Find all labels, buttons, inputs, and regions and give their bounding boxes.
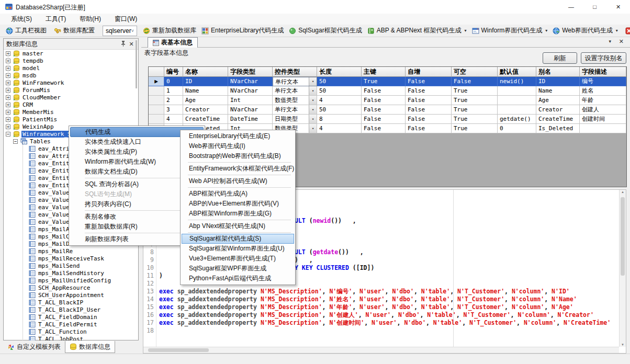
grid-cell[interactable]: Int [228,96,273,105]
grid-cell[interactable]: False [406,105,452,115]
tree-item-SCH_AppResource[interactable]: SCH_AppResource [4,284,138,291]
grid-cell[interactable]: False [406,115,452,124]
grid-cell[interactable]: getdate() [498,115,536,124]
tabstrip-close-icon[interactable]: ✕ [619,38,624,45]
tab-table-info[interactable]: 表基本信息 [148,37,198,48]
tree-item-model[interactable]: +model [4,64,138,72]
grid-cell[interactable]: Age [536,96,580,105]
tree-item-CloudMember[interactable]: +CloudMember [4,94,138,101]
row-selector[interactable] [149,115,164,124]
scroll-up-icon[interactable]: ▲ [620,190,626,194]
collapse-minus-icon[interactable]: − [6,132,10,136]
grid-cell[interactable]: 编号 [580,77,626,86]
minimize-button[interactable]: — [559,0,583,14]
grid-header-8[interactable]: 默认值 [498,67,536,77]
menu-item-8[interactable]: ABP框架代码生成(A) [182,189,294,199]
grid-header-3[interactable]: 控件类型 [273,67,317,77]
menu-item-2[interactable]: Bootstrap的Web界面代码生成(B) [182,151,294,161]
grid-cell[interactable]: True [452,115,498,124]
grid-cell[interactable]: 单行文本▾ [273,105,317,115]
grid-cell[interactable]: False [452,77,498,86]
caret-down-icon[interactable]: ▾ [616,28,618,33]
refresh-button[interactable]: 刷新 [543,52,577,64]
panel-close-icon[interactable]: ✕ [127,41,136,48]
toolbar-web-button[interactable]: Web界面代码生成 ▾ [550,25,620,37]
tree-item-mps_MailUnifiedConfig[interactable]: mps_MailUnifiedConfig [4,277,138,284]
toolbar-sqlsugar-button[interactable]: SqlSugar框架代码生成 [286,25,364,37]
toolbar-dbconfig-button[interactable]: 数据库配置 [51,25,97,37]
tree-item-mps_MailSendHistory[interactable]: mps_MailSendHistory [4,269,138,277]
grid-cell[interactable]: 年龄 [580,96,626,105]
grid-header-10[interactable]: 字段描述 [580,67,626,77]
toolbar-exit-button[interactable]: 退出 [623,25,630,37]
menubar-item-2[interactable]: 帮助(H) [73,14,108,25]
grid-cell[interactable]: 50 [317,86,362,96]
combo-caret-down-icon[interactable]: ▾ [309,96,317,105]
menu-item-0[interactable]: EnterpriseLibrary代码生成(E) [182,131,294,141]
grid-cell[interactable]: False [406,96,452,105]
grid-cell[interactable]: DateTime [228,115,273,124]
menu-item-1[interactable]: Web界面代码生成(I) [182,141,294,151]
tree-item-T_ACL_BlackIP[interactable]: T_ACL_BlackIP [4,299,138,306]
toolbar-view-button[interactable]: 工具栏视图 [3,25,49,37]
grid-header-9[interactable]: 别名 [536,67,580,77]
grid-cell[interactable]: Is_Deleted [536,124,580,133]
tabstrip-caret-down-icon[interactable]: ▾ [609,39,611,44]
grid-cell[interactable]: True [452,96,498,105]
menu-item-17[interactable]: SqlSugar框架WPF界面生成 [182,264,294,274]
toolbar-winform-button[interactable]: Winform界面代码生成 ▾ [469,25,550,37]
grid-cell[interactable]: ID [183,77,228,86]
grid-cell[interactable]: 4 [317,124,362,133]
menubar-item-1[interactable]: 工具(T) [39,14,73,25]
combo-caret-down-icon[interactable]: ▾ [309,77,317,86]
menu-item-4[interactable]: EntityFramework实体框架代码生成(F) [182,164,294,174]
caret-down-icon[interactable]: ▾ [465,28,467,33]
close-button[interactable]: ✕ [606,0,630,14]
grid-cell[interactable] [498,105,536,115]
pin-icon[interactable] [119,41,127,48]
vertical-scroll-thumb[interactable] [621,197,625,276]
grid-header-4[interactable]: 长度 [317,67,362,77]
combo-caret-down-icon[interactable]: ▾ [309,124,317,133]
grid-cell[interactable]: 3 [164,105,183,115]
tree-item-T_ACL_Function[interactable]: T_ACL_Function [4,328,138,335]
grid-cell[interactable]: Creator [536,105,580,115]
grid-cell[interactable]: True [452,86,498,96]
grid-cell[interactable]: 单行文本▾ [273,77,317,86]
menubar-item-0[interactable]: 系统(S) [4,14,39,25]
tree-item-mps_MailSend[interactable]: mps_MailSend [4,262,138,269]
grid-cell[interactable]: 单行文本▾ [273,86,317,96]
grid-cell[interactable]: 4 [164,115,183,124]
menu-item-18[interactable]: Python+FastApi后端代码生成 [182,274,294,283]
tree-item-WinFramework[interactable]: +WinFramework [4,79,138,86]
menu-item-15[interactable]: SqlSugar框架Winform界面生成(U) [182,244,294,254]
grid-cell[interactable]: NVarChar [228,77,273,86]
grid-cell[interactable]: Age [183,96,228,105]
tree-item-T_ACL_FieldDomain[interactable]: T_ACL_FieldDomain [4,313,138,321]
maximize-button[interactable]: □ [583,0,606,14]
menubar-item-3[interactable]: 窗口(W) [108,14,144,25]
tree-scrollbar[interactable] [136,40,137,88]
toolbar-reload-button[interactable]: 重新加载数据库 [140,25,199,37]
grid-cell[interactable]: 姓名 [580,86,626,96]
grid-cell[interactable]: 创建人 [580,105,626,115]
grid-cell[interactable]: False [362,96,406,105]
grid-header-2[interactable]: 字段类型 [228,67,273,77]
grid-cell[interactable]: 日期类型▾ [273,115,317,124]
combo-caret-down-icon[interactable]: ▾ [309,105,317,114]
grid-cell[interactable] [498,86,536,96]
tab-custom-templates[interactable]: 自定义模板列表 [3,341,65,353]
grid-cell[interactable]: False [362,105,406,115]
row-selector[interactable] [149,105,164,115]
grid-cell[interactable]: Name [536,86,580,96]
grid-cell[interactable]: NVarChar [228,105,273,115]
grid-header-6[interactable]: 自增 [406,67,452,77]
grid-cell[interactable]: 50 [317,77,362,86]
row-selector[interactable]: ▶ [149,77,164,86]
row-selector[interactable] [149,86,164,96]
grid-cell[interactable]: 数值类型▾ [273,96,317,105]
grid-header-1[interactable]: 名称 [183,67,228,77]
grid-cell[interactable]: False [406,86,452,96]
menu-item-9[interactable]: ABP的Vue+Element界面代码(V) [182,199,294,209]
editor-vertical-scrollbar[interactable]: ▲ ▼ [619,190,626,347]
